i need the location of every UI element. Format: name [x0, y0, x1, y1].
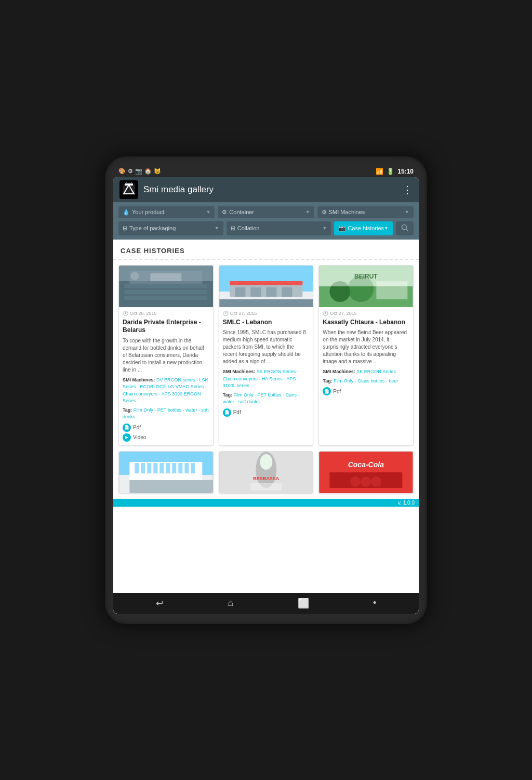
- card-body-darida: 🕐 Oct 28, 2015 Darida Private Enterprise…: [119, 307, 213, 445]
- svg-text:BESBASSA: BESBASSA: [253, 476, 280, 481]
- chevron-down-icon: ▼: [215, 226, 219, 231]
- svg-text:Coca-Cola: Coca-Cola: [348, 460, 384, 469]
- svg-rect-20: [235, 287, 245, 297]
- svg-rect-31: [377, 281, 408, 299]
- svg-rect-4: [126, 182, 127, 184]
- bottom-card-3: Coca-Cola: [318, 451, 414, 494]
- app-title: Smi media gallery: [143, 184, 402, 195]
- card-actions-smlc: 📄 Pdf: [223, 408, 310, 417]
- clock-icon-3: 🕐: [323, 311, 328, 316]
- svg-rect-24: [219, 299, 313, 307]
- pdf-icon-2: 📄: [223, 408, 231, 417]
- card-desc-smlc: Since 1995, SMLC has purchased 8 medium-…: [223, 329, 310, 365]
- svg-rect-10: [124, 284, 207, 288]
- pdf-button-darida[interactable]: 📄 Pdf: [123, 424, 209, 432]
- machine-icon: ⚙: [322, 209, 327, 216]
- tags-link-smlc[interactable]: Film Only - PET bottles - Cans - water -…: [223, 392, 300, 405]
- clock-icon-2: 🕐: [223, 311, 229, 316]
- svg-rect-39: [153, 463, 157, 473]
- card-body-smlc: 🕐 Oct 27, 2015 SMLC - Lebanon Since 1995…: [219, 307, 313, 420]
- svg-rect-43: [178, 463, 182, 473]
- status-icon-3: 📷: [135, 168, 142, 175]
- machines-link-kassatly[interactable]: SK ERGON Series: [356, 369, 396, 374]
- pdf-button-kassatly[interactable]: 📄 Pdf: [323, 387, 409, 395]
- battery-icon: 🔋: [387, 168, 394, 175]
- card-meta-darida: SMI Machines: DV ERGON series - LSK Seri…: [123, 377, 209, 405]
- chevron-down-icon: ▼: [206, 209, 210, 215]
- status-icons: 🎨 ⚙ 📷 🏠 😺: [118, 168, 161, 175]
- svg-rect-19: [230, 281, 302, 285]
- pdf-icon-3: 📄: [323, 387, 331, 395]
- svg-rect-12: [124, 296, 207, 300]
- card-actions-darida: 📄 Pdf ▶ Video: [123, 424, 209, 442]
- status-right: 📶 🔋 15:10: [376, 168, 414, 175]
- svg-rect-23: [282, 287, 292, 297]
- filter-row-2: ⊞Type of packaging ▼ ⊞Collation ▼ 📷Case …: [118, 221, 414, 235]
- section-title: CASE HISTORIES: [113, 240, 419, 260]
- card-meta-kassatly: SMI Machines: SK ERGON Series: [323, 368, 409, 376]
- svg-rect-42: [172, 463, 176, 473]
- svg-rect-44: [184, 463, 189, 473]
- status-bar: 🎨 ⚙ 📷 🏠 😺 📶 🔋 15:10: [113, 167, 419, 177]
- svg-rect-45: [191, 463, 195, 473]
- filter-collation[interactable]: ⊞Collation ▼: [227, 221, 331, 235]
- svg-point-56: [371, 477, 382, 487]
- tags-link-darida[interactable]: Film Only - PET bottles - water - soft d…: [123, 407, 209, 420]
- filter-case-histories[interactable]: 📷Case histories ▼: [334, 221, 393, 235]
- card-tags-smlc: Tag: Film Only - PET bottles - Cans - wa…: [223, 392, 310, 406]
- card-meta-smlc: SMI Machines: SK ERGON Series - Chain co…: [223, 368, 310, 390]
- clock: 15:10: [397, 168, 414, 175]
- card-tags-kassatly: Tag: Film Only - Glass bottles - beer: [323, 378, 409, 385]
- recents-button[interactable]: ⬜: [295, 595, 312, 612]
- svg-rect-21: [250, 287, 261, 297]
- chevron-down-icon: ▼: [305, 209, 310, 215]
- video-button-darida[interactable]: ▶ Video: [123, 433, 209, 442]
- product-icon: 💧: [123, 209, 130, 216]
- app-bar: Smi media gallery ⋮: [113, 177, 419, 202]
- version-bar: v. 1.0.0: [113, 499, 419, 507]
- card-tags-darida: Tag: Film Only - PET bottles - water - s…: [123, 407, 209, 421]
- svg-rect-35: [129, 480, 212, 493]
- home-button[interactable]: ⌂: [225, 595, 236, 611]
- tags-link-kassatly[interactable]: Film Only - Glass bottles - beer: [334, 378, 398, 384]
- svg-rect-15: [150, 273, 181, 281]
- bottom-card-img-1: [119, 452, 213, 493]
- svg-rect-11: [124, 290, 207, 294]
- app-logo: [119, 180, 138, 199]
- filter-container[interactable]: ⚙Container ▼: [218, 206, 314, 218]
- pdf-icon: 📄: [123, 424, 131, 432]
- clock-icon: 🕐: [123, 311, 128, 316]
- card-desc-kassatly: When the new Beirut Beer appeared on the…: [323, 329, 409, 365]
- status-icon-5: 😺: [154, 168, 161, 175]
- search-button[interactable]: [396, 221, 414, 235]
- status-icon-2: ⚙: [128, 168, 133, 175]
- card-date-kassatly: 🕐 Oct 27, 2015: [323, 311, 409, 316]
- cards-grid: 🕐 Oct 28, 2015 Darida Private Enterprise…: [113, 260, 419, 451]
- card-body-kassatly: 🕐 Oct 27, 2015 Kassatly Chtaura - Lebano…: [319, 307, 413, 400]
- bottom-card-img-3: Coca-Cola: [319, 452, 413, 493]
- chevron-down-icon: ▼: [384, 226, 389, 231]
- video-icon: ▶: [123, 433, 131, 442]
- bottom-card-2: BESBASSA: [219, 451, 314, 494]
- filter-row-1: 💧Your product ▼ ⚙Container ▼ ⚙SMI Machin…: [118, 206, 414, 218]
- back-button[interactable]: ↩: [153, 595, 166, 612]
- filter-your-product[interactable]: 💧Your product ▼: [118, 206, 215, 218]
- svg-point-55: [361, 477, 371, 487]
- card-image-smlc: [219, 266, 313, 307]
- menu-dot[interactable]: •: [370, 595, 379, 611]
- card-smlc: 🕐 Oct 27, 2015 SMLC - Lebanon Since 1995…: [219, 265, 314, 446]
- filter-packaging[interactable]: ⊞Type of packaging ▼: [118, 221, 223, 235]
- version-label: v. 1.0.0: [398, 500, 415, 506]
- cards-grid-2: BESBASSA Coca-Cola: [113, 451, 419, 499]
- filter-container: 💧Your product ▼ ⚙Container ▼ ⚙SMI Machin…: [113, 202, 419, 240]
- status-icon-4: 🏠: [144, 168, 152, 175]
- filter-smi-machines[interactable]: ⚙SMI Machines ▼: [317, 206, 414, 218]
- chevron-down-icon: ▼: [322, 226, 327, 231]
- overflow-menu-button[interactable]: ⋮: [402, 183, 413, 196]
- case-history-icon: 📷: [338, 225, 345, 232]
- card-kassatly: BEIRUT 🕐 Oct 27, 2015 Kassatly Chtaura -…: [318, 265, 414, 446]
- svg-rect-5: [131, 182, 132, 184]
- filter-row-2-right: 📷Case histories ▼: [334, 221, 414, 235]
- card-date-smlc: 🕐 Oct 27, 2015: [223, 311, 310, 316]
- pdf-button-smlc[interactable]: 📄 Pdf: [223, 408, 310, 417]
